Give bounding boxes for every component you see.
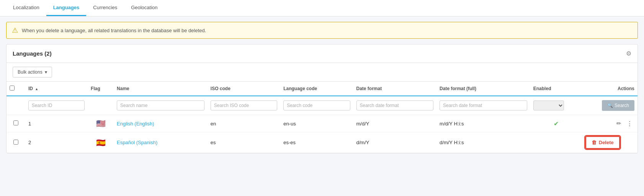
col-header-flag: Flag bbox=[88, 82, 114, 96]
warning-banner: ⚠ When you delete a language, all relate… bbox=[6, 22, 638, 39]
row1-name-cell: English (English) bbox=[114, 115, 208, 132]
col-header-actions: Actions bbox=[582, 82, 637, 96]
enabled-filter-select[interactable]: Yes No bbox=[533, 100, 564, 110]
col-header-iso: ISO code bbox=[208, 82, 280, 96]
search-flag-cell bbox=[88, 96, 114, 115]
search-btn-label: Search bbox=[615, 103, 629, 108]
search-actions-cell: 🔍 Search bbox=[582, 96, 637, 115]
search-enabled-cell: Yes No bbox=[530, 96, 582, 115]
search-id-input[interactable] bbox=[28, 100, 85, 110]
search-row: Yes No 🔍 Search bbox=[7, 96, 637, 115]
search-name-input[interactable] bbox=[117, 100, 204, 110]
row2-id-cell: 2 bbox=[25, 132, 88, 153]
search-lang-cell bbox=[280, 96, 353, 115]
row1-checkbox[interactable] bbox=[13, 120, 18, 125]
col-header-enabled: Enabled bbox=[530, 82, 582, 96]
col-header-dff: Date format (full) bbox=[436, 82, 530, 96]
row2-iso-cell: es bbox=[208, 132, 280, 153]
row2-dff-cell: d/m/Y H:i:s bbox=[436, 132, 530, 153]
row2-name-cell: Español (Spanish) bbox=[114, 132, 208, 153]
search-df-input[interactable] bbox=[356, 100, 434, 110]
warning-icon: ⚠ bbox=[12, 26, 18, 35]
row1-enabled-cell: ✔ bbox=[530, 115, 582, 132]
search-iso-cell bbox=[208, 96, 280, 115]
tab-currencies[interactable]: Currencies bbox=[86, 0, 124, 16]
trash-icon: 🗑 bbox=[592, 140, 597, 145]
col-header-checkbox bbox=[7, 82, 25, 96]
bulk-actions-button[interactable]: Bulk actions ▾ bbox=[13, 67, 52, 77]
languages-table: ID ▲ Flag Name ISO code Language code Da… bbox=[7, 82, 637, 153]
table-toolbar: Bulk actions ▾ bbox=[7, 63, 637, 82]
search-icon: 🔍 bbox=[607, 103, 613, 108]
row1-iso-cell: en bbox=[208, 115, 280, 132]
row1-more-button[interactable]: ⋮ bbox=[625, 119, 634, 128]
row1-df-cell: m/d/Y bbox=[353, 115, 437, 132]
search-df-cell bbox=[353, 96, 437, 115]
table-header-row: ID ▲ Flag Name ISO code Language code Da… bbox=[7, 82, 637, 96]
row2-checkbox-cell bbox=[7, 132, 25, 153]
tab-localization[interactable]: Localization bbox=[6, 0, 46, 16]
chevron-down-icon: ▾ bbox=[45, 69, 47, 75]
search-cb-cell bbox=[7, 96, 25, 115]
row1-checkbox-cell bbox=[7, 115, 25, 132]
top-tabs: Localization Languages Currencies Geoloc… bbox=[0, 0, 644, 16]
search-id-cell bbox=[25, 96, 88, 115]
row2-actions-cell: 🗑 Delete bbox=[582, 132, 637, 153]
search-dff-input[interactable] bbox=[440, 100, 527, 110]
col-header-name: Name bbox=[114, 82, 208, 96]
search-name-cell bbox=[114, 96, 208, 115]
row1-flag-cell: 🇺🇸 bbox=[88, 115, 114, 132]
col-header-lang: Language code bbox=[280, 82, 353, 96]
row1-actions-cell: ✏ ⋮ bbox=[582, 115, 637, 132]
bulk-actions-label: Bulk actions bbox=[18, 69, 42, 75]
row2-df-cell: d/m/Y bbox=[353, 132, 437, 153]
col-header-id[interactable]: ID ▲ bbox=[25, 82, 88, 96]
row2-lang-cell: es-es bbox=[280, 132, 353, 153]
row2-flag-cell: 🇪🇸 bbox=[88, 132, 114, 153]
languages-panel: Languages (2) ⚙ Bulk actions ▾ ID ▲ Flag… bbox=[6, 44, 638, 153]
row2-name-link[interactable]: Español (Spanish) bbox=[117, 140, 157, 145]
search-dff-cell bbox=[436, 96, 530, 115]
tab-languages[interactable]: Languages bbox=[46, 0, 87, 16]
row1-id-cell: 1 bbox=[25, 115, 88, 132]
table-row: 2 🇪🇸 Español (Spanish) es es-es d/m/Y d/… bbox=[7, 132, 637, 153]
search-lang-input[interactable] bbox=[283, 100, 350, 110]
warning-text: When you delete a language, all related … bbox=[22, 28, 206, 33]
row1-dff-cell: m/d/Y H:i:s bbox=[436, 115, 530, 132]
tab-geolocation[interactable]: Geolocation bbox=[124, 0, 164, 16]
row2-delete-button[interactable]: 🗑 Delete bbox=[585, 136, 620, 149]
row1-edit-button[interactable]: ✏ bbox=[615, 119, 623, 128]
row2-enabled-cell bbox=[530, 132, 582, 153]
row1-enabled-icon: ✔ bbox=[554, 120, 559, 127]
row2-flag-icon: 🇪🇸 bbox=[96, 138, 106, 147]
panel-title: Languages (2) bbox=[13, 50, 52, 57]
delete-label: Delete bbox=[599, 140, 614, 145]
row1-name-link[interactable]: English (English) bbox=[117, 121, 154, 127]
panel-header: Languages (2) ⚙ bbox=[7, 44, 637, 63]
row1-lang-cell: en-us bbox=[280, 115, 353, 132]
search-button[interactable]: 🔍 Search bbox=[602, 100, 634, 111]
row2-checkbox[interactable] bbox=[13, 140, 18, 145]
col-header-df: Date format bbox=[353, 82, 437, 96]
table-row: 1 🇺🇸 English (English) en en-us m/d/Y m/… bbox=[7, 115, 637, 132]
sort-id-icon: ▲ bbox=[35, 87, 38, 91]
settings-icon[interactable]: ⚙ bbox=[626, 50, 631, 57]
select-all-checkbox[interactable] bbox=[10, 86, 15, 91]
row1-flag-icon: 🇺🇸 bbox=[96, 119, 106, 128]
search-iso-input[interactable] bbox=[211, 100, 277, 110]
